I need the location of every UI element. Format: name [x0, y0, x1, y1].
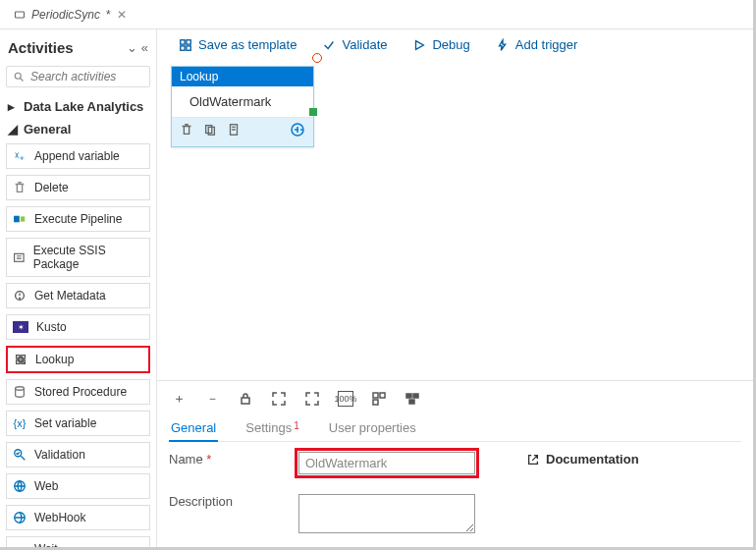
activity-append-variable[interactable]: ᵡ₊ Append variable	[6, 143, 150, 169]
activity-web[interactable]: Web	[6, 473, 150, 499]
svg-rect-27	[373, 393, 378, 398]
add-trigger-button[interactable]: Add trigger	[496, 37, 578, 52]
add-output-icon[interactable]	[290, 122, 305, 140]
activity-validation[interactable]: Validation	[6, 442, 150, 468]
external-link-icon	[526, 453, 540, 467]
tab-settings[interactable]: Settings1	[243, 414, 301, 441]
svg-rect-3	[15, 216, 19, 221]
category-general[interactable]: ◢ General	[6, 118, 150, 140]
clone-node-icon[interactable]	[203, 123, 217, 139]
name-input[interactable]	[298, 452, 475, 474]
svg-point-8	[20, 298, 21, 299]
chevron-down-icon: ◢	[8, 122, 18, 137]
svg-rect-0	[16, 12, 25, 18]
file-tabbar: PeriodicSync * ✕	[0, 0, 753, 29]
activity-set-variable[interactable]: {x} Set variable	[6, 411, 150, 436]
category-data-lake-analytics[interactable]: ▸ Data Lake Analytics	[6, 95, 150, 118]
collapse-panel-icon[interactable]: «	[141, 40, 148, 55]
layout-icon[interactable]	[371, 391, 387, 407]
execute-pipeline-icon	[13, 212, 27, 226]
warning-badge: 1	[294, 420, 299, 431]
svg-rect-29	[373, 400, 378, 405]
activity-stored-procedure[interactable]: Stored Procedure	[6, 379, 150, 405]
activity-execute-ssis-package[interactable]: Execute SSIS Package	[6, 238, 150, 277]
connection-handle-right[interactable]	[309, 108, 317, 116]
svg-rect-5	[15, 253, 25, 261]
fit-icon[interactable]	[271, 391, 287, 407]
metadata-icon	[13, 289, 27, 302]
svg-rect-4	[21, 216, 25, 221]
svg-point-11	[16, 387, 25, 391]
svg-rect-28	[380, 393, 385, 398]
lock-icon[interactable]	[238, 391, 253, 407]
set-variable-icon: {x}	[13, 416, 27, 430]
copy-node-icon[interactable]	[227, 123, 241, 139]
close-icon[interactable]: ✕	[117, 8, 127, 22]
svg-rect-31	[413, 394, 418, 398]
svg-rect-30	[406, 394, 411, 398]
tab-modified-indicator: *	[106, 8, 111, 22]
zoom-100-icon[interactable]: 100%	[338, 391, 353, 407]
validate-button[interactable]: Validate	[322, 37, 387, 52]
zoom-in-icon[interactable]: ＋	[171, 391, 187, 407]
check-icon	[322, 38, 336, 52]
properties-pane: ＋ － 100% General Settings1 User properti…	[157, 380, 753, 547]
tab-user-properties[interactable]: User properties	[327, 414, 418, 441]
activity-execute-pipeline[interactable]: Execute Pipeline	[6, 206, 150, 232]
connection-handle-top[interactable]	[312, 53, 322, 63]
svg-rect-19	[187, 45, 190, 49]
trigger-icon	[496, 38, 510, 52]
activity-delete[interactable]: Delete	[6, 175, 150, 200]
activity-lookup[interactable]: Lookup	[6, 346, 150, 373]
svg-rect-18	[181, 45, 185, 49]
validation-icon	[13, 448, 27, 462]
fullscreen-icon[interactable]	[304, 391, 320, 407]
description-input[interactable]	[298, 494, 475, 533]
search-input[interactable]	[30, 70, 143, 83]
trash-icon	[13, 181, 27, 194]
activity-webhook[interactable]: WebHook	[6, 505, 150, 530]
pipeline-icon	[14, 9, 26, 21]
save-as-template-button[interactable]: Save as template	[179, 37, 297, 52]
svg-rect-17	[187, 39, 190, 43]
name-label: Name *	[169, 452, 287, 467]
node-type-label: Lookup	[172, 67, 313, 86]
webhook-icon	[13, 511, 27, 524]
search-icon	[13, 71, 25, 82]
documentation-link[interactable]: Documentation	[526, 452, 639, 467]
tab-title: PeriodicSync	[31, 8, 100, 22]
web-icon	[13, 479, 27, 493]
zoom-out-icon[interactable]: －	[204, 391, 220, 407]
svg-rect-26	[242, 398, 249, 404]
chevron-right-icon: ▸	[8, 99, 18, 114]
execute-ssis-icon	[13, 250, 26, 264]
stored-procedure-icon	[13, 385, 27, 399]
svg-point-1	[15, 73, 21, 79]
activity-wait[interactable]: Wait	[6, 536, 150, 547]
play-icon	[412, 38, 426, 52]
activities-title: Activities	[8, 39, 74, 56]
activity-get-metadata[interactable]: Get Metadata	[6, 283, 150, 308]
append-variable-icon: ᵡ₊	[13, 149, 27, 163]
lookup-icon	[14, 353, 27, 366]
reorder-icon[interactable]	[405, 391, 420, 407]
kusto-icon: ✶	[13, 321, 28, 333]
svg-rect-32	[409, 400, 414, 404]
search-activities[interactable]	[6, 66, 150, 87]
expand-all-icon[interactable]: ⌄	[127, 40, 137, 55]
delete-node-icon[interactable]	[180, 123, 193, 139]
svg-rect-16	[181, 39, 185, 43]
svg-line-2	[21, 79, 24, 82]
wait-icon	[13, 542, 27, 547]
pipeline-toolbar: Save as template Validate Debug Add trig…	[157, 29, 753, 60]
debug-button[interactable]: Debug	[412, 37, 469, 52]
pipeline-canvas[interactable]: Lookup OldWatermark	[157, 60, 753, 380]
activities-sidebar: Activities ⌄ « ▸ Data Lake Analytics ◢ G…	[0, 29, 157, 547]
file-tab-periodicsync[interactable]: PeriodicSync * ✕	[4, 4, 136, 26]
node-name: OldWatermark	[189, 94, 271, 109]
tab-general[interactable]: General	[169, 414, 218, 441]
description-label: Description	[169, 494, 287, 509]
activity-kusto[interactable]: ✶ Kusto	[6, 314, 150, 340]
svg-line-13	[21, 456, 25, 460]
canvas-node-lookup[interactable]: Lookup OldWatermark	[171, 66, 314, 147]
